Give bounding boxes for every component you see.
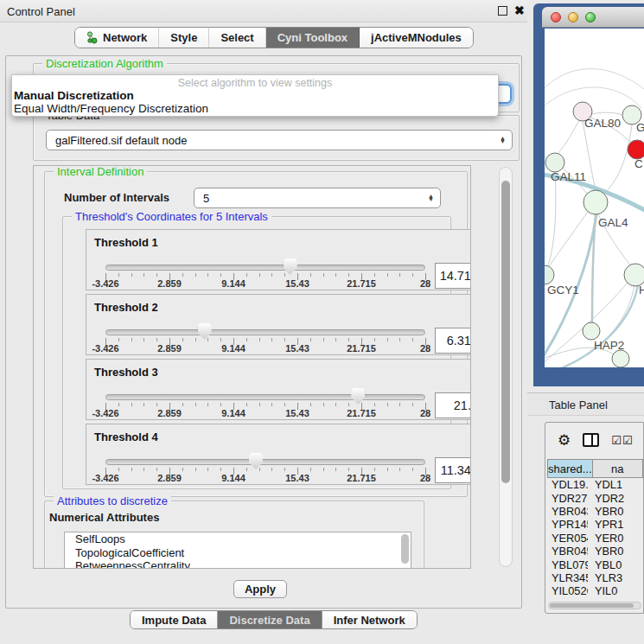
apply-button[interactable]: Apply <box>233 580 287 598</box>
network-edge[interactable] <box>545 69 644 98</box>
combo-stepper-icon: ▲▼ <box>500 137 506 143</box>
number-of-intervals-value: 5 <box>203 192 209 205</box>
table-cell[interactable]: YBR045C <box>547 545 588 558</box>
settings-scroll-panel: Interval Definition Number of Intervals … <box>33 165 471 569</box>
bottom-tab-discretize-data[interactable]: Discretize Data <box>218 611 322 628</box>
thresholds-group-title: Threshold's Coordinates for 5 Intervals <box>72 210 271 223</box>
tab-select[interactable]: Select <box>209 28 265 48</box>
table-horizontal-scrollbar[interactable] <box>548 602 641 609</box>
attribute-item[interactable]: SelfLoops <box>65 532 411 546</box>
network-edge[interactable] <box>547 172 556 267</box>
tab-style[interactable]: Style <box>159 28 209 48</box>
table-row[interactable]: YBR045CYBR0 <box>547 545 643 558</box>
network-canvas[interactable]: GAL80GACGAL11GAL4GCY1HHAP2 <box>545 29 644 367</box>
numerical-attributes-heading: Numerical Attributes <box>49 511 159 524</box>
table-cell[interactable]: YLR3 <box>588 571 643 584</box>
table-cell[interactable]: YIL0 <box>588 584 643 597</box>
table-cell[interactable]: YBR0 <box>588 505 643 518</box>
threshold-value-field[interactable]: 6.316 <box>435 328 471 354</box>
table-cell[interactable]: YER0 <box>588 532 643 545</box>
table-column-header[interactable]: na <box>592 459 643 478</box>
split-columns-icon[interactable] <box>583 433 599 447</box>
number-of-intervals-combo[interactable]: 5 ▲▼ <box>194 188 441 208</box>
table-cell[interactable]: YDR2 <box>588 492 643 505</box>
tick-label: 2.859 <box>157 343 182 354</box>
threshold-value-field[interactable]: 21.4 <box>435 392 471 418</box>
table-cell[interactable]: YIL052C <box>547 584 588 597</box>
table-row[interactable]: YDR27...YDR2 <box>547 491 643 504</box>
table-cell[interactable]: YDR27... <box>547 492 588 505</box>
threshold-slider-track[interactable] <box>105 265 425 271</box>
minimize-traffic-light-icon[interactable] <box>568 12 578 22</box>
top-tab-bar: NetworkStyleSelectCyni ToolboxjActiveMNo… <box>74 27 474 48</box>
bottom-tab-infer-network[interactable]: Infer Network <box>322 611 417 628</box>
network-node-gal11[interactable] <box>545 153 564 172</box>
network-node[interactable] <box>612 350 629 367</box>
tick-label: 21.715 <box>347 408 376 418</box>
threshold-slider-track[interactable] <box>105 394 425 400</box>
table-cell[interactable]: YPR145W <box>547 518 588 531</box>
table-row[interactable]: YBR043CYBR0 <box>547 505 643 518</box>
tick-label: 21.715 <box>347 278 376 289</box>
tick-label: -3.426 <box>92 473 118 483</box>
network-node-gal4[interactable] <box>583 190 608 214</box>
number-of-intervals-label: Number of Intervals <box>64 191 169 204</box>
attributes-group: Attributes to discretize Numerical Attri… <box>44 501 424 569</box>
node-label: GCY1 <box>547 284 579 296</box>
table-cell[interactable]: YBL0 <box>588 558 643 571</box>
float-window-icon[interactable] <box>498 6 507 16</box>
control-panel-titlebar <box>0 0 527 22</box>
close-icon[interactable]: ✖ <box>514 3 525 17</box>
interval-definition-group: Interval Definition Number of Intervals … <box>44 171 468 497</box>
tab-jactivemnodules[interactable]: jActiveMNodules <box>360 28 473 48</box>
table-data-combo[interactable]: galFiltered.sif default node ▲▼ <box>46 130 513 150</box>
table-row[interactable]: YDL19...YDL1 <box>547 478 643 491</box>
table-row[interactable]: YBL079WYBL0 <box>547 558 643 571</box>
bottom-tab-impute-data[interactable]: Impute Data <box>131 611 218 628</box>
attribute-item[interactable]: BetweennessCentrality <box>65 559 411 569</box>
table-cell[interactable]: YER054C <box>547 532 588 545</box>
table-data-combo-value: galFiltered.sif default node <box>55 134 187 147</box>
checkbox-columns-icon[interactable]: ☑☑ <box>611 434 633 447</box>
network-edge[interactable] <box>599 285 634 345</box>
numerical-attributes-list[interactable]: SelfLoopsTopologicalCoefficientBetweenne… <box>64 532 411 569</box>
network-node-c[interactable] <box>628 140 644 159</box>
node-label: C <box>634 157 643 170</box>
algorithm-option[interactable]: Equal Width/Frequency Discretization <box>12 102 498 115</box>
table-cell[interactable]: YLR345W <box>547 571 588 584</box>
network-node-gcy1[interactable] <box>545 265 554 284</box>
tick-label: 28 <box>420 278 430 289</box>
network-node-hap2[interactable] <box>583 322 600 340</box>
algorithm-option[interactable]: Manual Discretization <box>12 89 498 102</box>
threshold-slider-track[interactable] <box>105 459 425 465</box>
tab-network[interactable]: Network <box>75 28 159 48</box>
network-edge[interactable] <box>558 120 579 154</box>
table-cell[interactable]: YBL079W <box>547 558 588 571</box>
table-column-header[interactable]: shared... <box>547 459 592 478</box>
network-edge[interactable] <box>548 212 588 268</box>
close-traffic-light-icon[interactable] <box>551 12 561 22</box>
attribute-item[interactable]: TopologicalCoefficient <box>65 546 411 560</box>
gear-icon[interactable]: ⚙ <box>558 433 571 448</box>
threshold-slider-track[interactable] <box>105 329 425 335</box>
network-edge[interactable] <box>604 124 632 194</box>
attributes-list-scrollbar[interactable] <box>401 534 409 569</box>
table-cell[interactable]: YPR1 <box>588 518 643 531</box>
slider-tick-labels: -3.4262.8599.14415.4321.71528 <box>105 408 425 418</box>
table-row[interactable]: YPR145WYPR1 <box>547 518 643 531</box>
network-window-titlebar[interactable] <box>542 7 644 28</box>
network-edge[interactable] <box>591 112 622 115</box>
threshold-value-field[interactable]: 14.713 <box>435 263 471 289</box>
table-cell[interactable]: YDL1 <box>588 478 643 491</box>
table-cell[interactable]: YDL19... <box>547 478 588 491</box>
panel-vertical-scrollbar[interactable] <box>499 167 513 567</box>
table-cell[interactable]: YBR0 <box>588 545 643 558</box>
tab-cyni-toolbox[interactable]: Cyni Toolbox <box>266 28 360 48</box>
table-cell[interactable]: YBR043C <box>547 505 588 518</box>
table-row[interactable]: YLR345WYLR3 <box>547 571 643 584</box>
threshold-value-field[interactable]: 11.344 <box>435 457 471 483</box>
zoom-traffic-light-icon[interactable] <box>585 12 596 22</box>
tick-label: 2.859 <box>157 278 182 289</box>
table-row[interactable]: YIL052CYIL0 <box>547 584 643 597</box>
table-row[interactable]: YER054CYER0 <box>547 532 643 545</box>
